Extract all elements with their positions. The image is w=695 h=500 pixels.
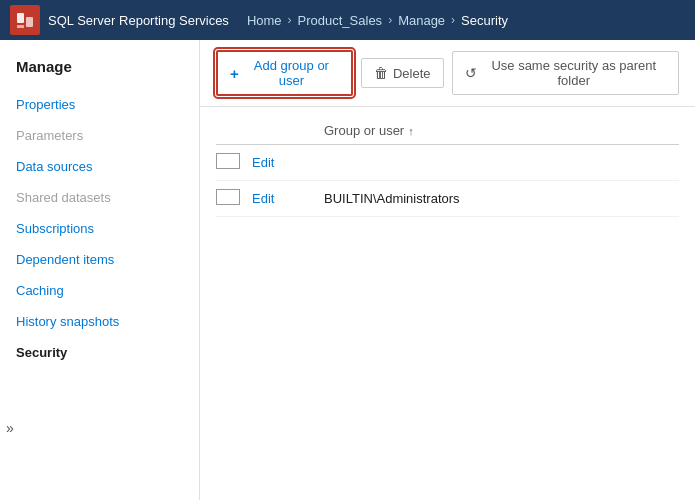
- svg-rect-0: [17, 13, 24, 23]
- breadcrumb-home[interactable]: Home: [247, 13, 282, 28]
- row2-checkbox-col: [216, 189, 240, 208]
- row1-checkbox-col: [216, 153, 240, 172]
- group-col-label: Group or user: [324, 123, 404, 138]
- trash-icon: 🗑: [374, 65, 388, 81]
- table-header: Group or user ↑: [216, 117, 679, 145]
- sync-icon: ↺: [465, 65, 477, 81]
- row2-checkbox[interactable]: [216, 189, 240, 205]
- breadcrumb-sep-1: ›: [288, 13, 292, 27]
- breadcrumb-security: Security: [461, 13, 508, 28]
- sidebar-item-dependent-items[interactable]: Dependent items: [0, 244, 199, 275]
- sidebar-expand-icon[interactable]: »: [0, 416, 20, 440]
- delete-button[interactable]: 🗑 Delete: [361, 58, 444, 88]
- sidebar-item-security[interactable]: Security: [0, 337, 199, 368]
- sidebar-title: Manage: [0, 50, 199, 89]
- sidebar-item-caching[interactable]: Caching: [0, 275, 199, 306]
- sidebar-item-shared-datasets: Shared datasets: [0, 182, 199, 213]
- row2-group-value: BUILTIN\Administrators: [324, 191, 679, 206]
- table-row: Edit: [216, 145, 679, 181]
- sidebar-item-properties[interactable]: Properties: [0, 89, 199, 120]
- svg-rect-1: [26, 17, 33, 27]
- row1-checkbox[interactable]: [216, 153, 240, 169]
- breadcrumb-product-sales[interactable]: Product_Sales: [298, 13, 383, 28]
- row1-edit-link[interactable]: Edit: [252, 155, 312, 170]
- breadcrumb: Home › Product_Sales › Manage › Security: [247, 13, 508, 28]
- sidebar-item-subscriptions[interactable]: Subscriptions: [0, 213, 199, 244]
- delete-label: Delete: [393, 66, 431, 81]
- row2-edit-link[interactable]: Edit: [252, 191, 312, 206]
- same-security-button[interactable]: ↺ Use same security as parent folder: [452, 51, 679, 95]
- add-group-label: Add group or user: [244, 58, 339, 88]
- main-layout: Manage Properties Parameters Data source…: [0, 40, 695, 500]
- toolbar: + Add group or user 🗑 Delete ↺ Use same …: [200, 40, 695, 107]
- breadcrumb-sep-3: ›: [451, 13, 455, 27]
- sidebar-item-history-snapshots[interactable]: History snapshots: [0, 306, 199, 337]
- sidebar-item-parameters: Parameters: [0, 120, 199, 151]
- app-logo: [10, 5, 40, 35]
- same-security-label: Use same security as parent folder: [482, 58, 666, 88]
- content-area: + Add group or user 🗑 Delete ↺ Use same …: [200, 40, 695, 500]
- app-name: SQL Server Reporting Services: [48, 13, 229, 28]
- add-group-button[interactable]: + Add group or user: [216, 50, 353, 96]
- sidebar-item-data-sources[interactable]: Data sources: [0, 151, 199, 182]
- breadcrumb-sep-2: ›: [388, 13, 392, 27]
- sidebar: Manage Properties Parameters Data source…: [0, 40, 200, 500]
- table-row: Edit BUILTIN\Administrators: [216, 181, 679, 217]
- security-table: Group or user ↑ Edit Edit BUILTIN\Admini…: [200, 107, 695, 227]
- topbar: SQL Server Reporting Services Home › Pro…: [0, 0, 695, 40]
- header-group-col[interactable]: Group or user ↑: [324, 123, 679, 138]
- svg-rect-2: [17, 25, 24, 28]
- sort-icon[interactable]: ↑: [408, 125, 414, 137]
- plus-icon: +: [230, 65, 239, 82]
- breadcrumb-manage[interactable]: Manage: [398, 13, 445, 28]
